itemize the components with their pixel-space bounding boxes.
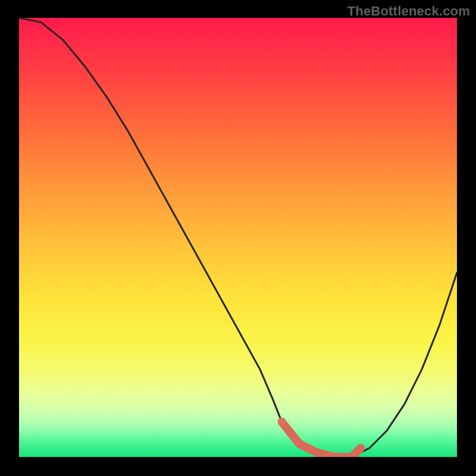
chart-svg — [19, 18, 457, 457]
bottleneck-curve — [19, 18, 457, 457]
plot-area — [19, 18, 457, 457]
marker-dot — [278, 418, 286, 426]
watermark-text: TheBottleneck.com — [347, 4, 470, 19]
highlight-segment — [282, 422, 361, 457]
chart-frame: TheBottleneck.com — [0, 0, 476, 476]
